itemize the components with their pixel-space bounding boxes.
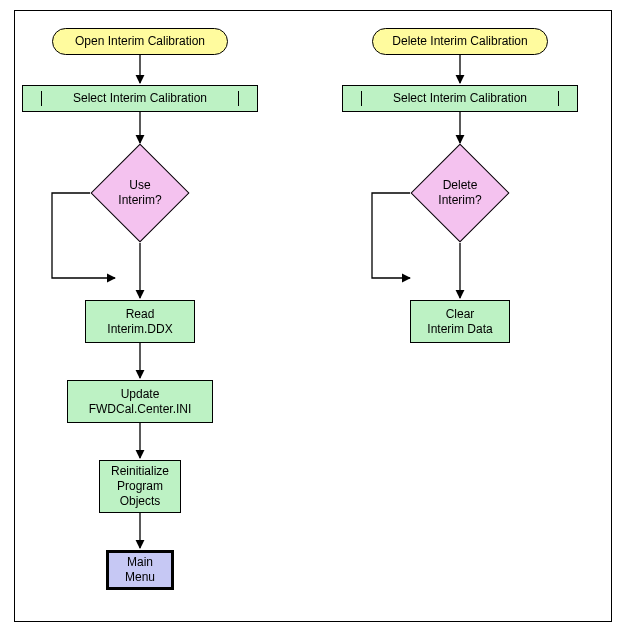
process-reinit-objects: ReinitializeProgramObjects xyxy=(99,460,181,513)
select-interim-right: Select Interim Calibration xyxy=(342,85,578,112)
process-read-ddx-label: ReadInterim.DDX xyxy=(107,307,172,337)
start-open-interim: Open Interim Calibration xyxy=(52,28,228,55)
process-update-ini: UpdateFWDCal.Center.INI xyxy=(67,380,213,423)
select-interim-left-label: Select Interim Calibration xyxy=(41,91,239,106)
flowchart-canvas: Open Interim Calibration Select Interim … xyxy=(0,0,624,632)
decision-use-interim: UseInterim? xyxy=(90,143,190,243)
process-update-ini-label: UpdateFWDCal.Center.INI xyxy=(89,387,192,417)
decision-delete-interim-shape xyxy=(411,144,510,243)
start-delete-interim: Delete Interim Calibration xyxy=(372,28,548,55)
terminal-main-menu-label: MainMenu xyxy=(125,555,155,585)
process-clear-interim-label: ClearInterim Data xyxy=(427,307,492,337)
process-read-ddx: ReadInterim.DDX xyxy=(85,300,195,343)
terminal-main-menu: MainMenu xyxy=(106,550,174,590)
decision-delete-interim: DeleteInterim? xyxy=(410,143,510,243)
decision-use-interim-shape xyxy=(91,144,190,243)
start-delete-interim-label: Delete Interim Calibration xyxy=(392,34,527,49)
select-interim-right-label: Select Interim Calibration xyxy=(361,91,559,106)
select-interim-left: Select Interim Calibration xyxy=(22,85,258,112)
process-clear-interim: ClearInterim Data xyxy=(410,300,510,343)
start-open-interim-label: Open Interim Calibration xyxy=(75,34,205,49)
process-reinit-objects-label: ReinitializeProgramObjects xyxy=(111,464,169,509)
